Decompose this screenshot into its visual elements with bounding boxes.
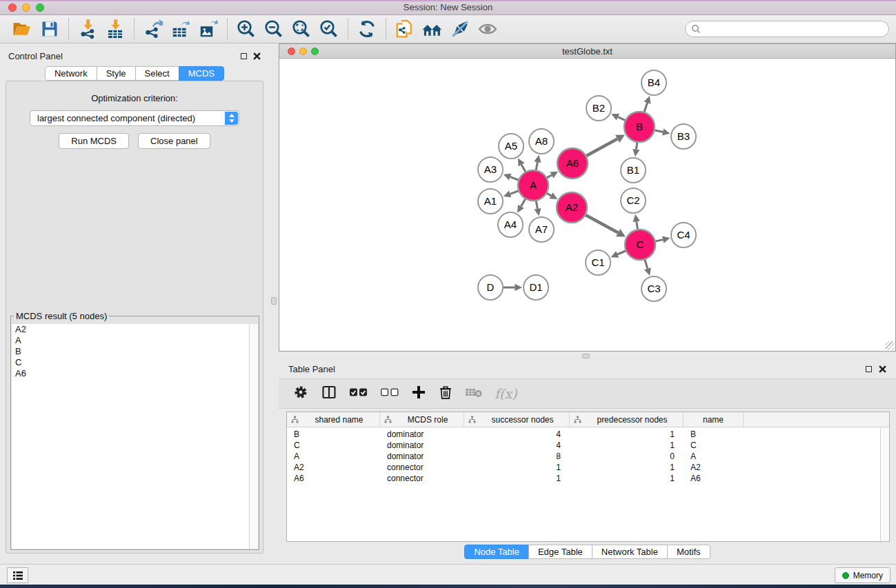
run-mcds-button[interactable]: Run MCDS	[59, 133, 129, 149]
panel-splitter[interactable]	[269, 43, 279, 564]
close-table-panel-icon[interactable]	[879, 365, 886, 373]
right-pane: testGlobe.txt B4B2BB3A8A5A6A3B1AC2A1A2A4…	[279, 43, 896, 564]
table-row[interactable]: Bdominator41B	[287, 429, 879, 440]
import-table-icon[interactable]	[101, 17, 129, 41]
network-close-button[interactable]	[288, 48, 295, 55]
node-A[interactable]: A	[518, 170, 548, 201]
clone-network-icon[interactable]	[391, 17, 419, 41]
node-B2[interactable]: B2	[586, 96, 611, 121]
window-resize-grip[interactable]	[886, 341, 895, 350]
tab-style[interactable]: Style	[97, 66, 136, 81]
close-panel-button[interactable]: Close panel	[138, 133, 210, 149]
node-B1[interactable]: B1	[621, 158, 646, 183]
zoom-out-icon[interactable]	[260, 17, 288, 41]
delete-table-icon[interactable]	[465, 386, 483, 401]
tab-motifs[interactable]: Motifs	[667, 545, 710, 559]
minimize-window-button[interactable]	[22, 3, 30, 12]
node-D1[interactable]: D1	[524, 275, 548, 300]
column-header-predecessor-nodes[interactable]: predecessor nodes	[570, 412, 684, 427]
cell-name: A	[684, 452, 744, 461]
add-column-icon[interactable]	[411, 385, 426, 403]
column-header-shared-name[interactable]: shared name	[287, 412, 380, 427]
node-A8[interactable]: A8	[529, 129, 554, 154]
graphics-details-icon[interactable]	[474, 17, 501, 41]
search-box[interactable]	[685, 21, 889, 37]
node-A5[interactable]: A5	[499, 134, 524, 159]
float-table-panel-icon[interactable]	[866, 366, 872, 372]
control-panel-title: Control Panel	[8, 51, 63, 61]
node-D[interactable]: D	[478, 275, 503, 300]
result-item-c[interactable]: C	[12, 357, 258, 368]
column-header-name[interactable]: name	[684, 412, 744, 427]
float-panel-icon[interactable]	[241, 53, 247, 59]
result-item-b[interactable]: B	[12, 346, 258, 357]
criterion-dropdown[interactable]: largest connected component (directed)	[30, 110, 239, 126]
first-neighbors-icon[interactable]	[419, 17, 446, 41]
horizontal-splitter-grip[interactable]	[582, 354, 590, 358]
table-settings-icon[interactable]	[292, 384, 309, 403]
table-row[interactable]: A2connector11A2	[287, 462, 879, 473]
zoom-selected-icon[interactable]	[315, 17, 343, 41]
node-C4[interactable]: C4	[671, 223, 696, 247]
column-header-successor-nodes[interactable]: successor nodes	[464, 412, 570, 427]
tab-mcds[interactable]: MCDS	[179, 66, 224, 81]
node-A7[interactable]: A7	[529, 217, 554, 242]
zoom-in-icon[interactable]	[232, 17, 260, 41]
zoom-window-button[interactable]	[36, 3, 44, 12]
node-C2[interactable]: C2	[621, 188, 646, 213]
node-A4[interactable]: A4	[498, 212, 523, 237]
node-A2[interactable]: A2	[557, 192, 587, 223]
zoom-fit-icon[interactable]	[288, 17, 315, 41]
table-row[interactable]: Adominator80A	[287, 451, 879, 462]
column-header-mcds-role[interactable]: MCDS role	[380, 412, 464, 427]
node-A3[interactable]: A3	[478, 157, 503, 182]
table-scrollbar[interactable]	[880, 427, 889, 541]
task-history-button[interactable]	[7, 567, 28, 583]
tab-network-table[interactable]: Network Table	[592, 545, 668, 559]
task-list-icon	[12, 571, 23, 580]
node-C[interactable]: C	[625, 230, 655, 260]
table-panel: Table Panel f(x) sh	[279, 358, 896, 564]
table-row[interactable]: A6connector11A6	[287, 473, 879, 484]
splitter-grip[interactable]	[271, 297, 277, 305]
tab-edge-table[interactable]: Edge Table	[528, 545, 593, 559]
select-all-icon[interactable]	[349, 387, 368, 401]
search-input[interactable]	[704, 22, 888, 36]
result-item-a6[interactable]: A6	[12, 368, 258, 379]
export-table-icon[interactable]	[167, 17, 195, 41]
table-row[interactable]: Cdominator41C	[287, 440, 879, 451]
network-canvas[interactable]: B4B2BB3A8A5A6A3B1AC2A1A2A4A7C4CC1DD1C3	[279, 59, 895, 351]
criterion-value: largest connected component (directed)	[37, 113, 195, 123]
node-B[interactable]: B	[624, 112, 655, 142]
cell-mcds-role: dominator	[380, 429, 464, 439]
cell-shared-name: B	[287, 429, 380, 439]
memory-button[interactable]: Memory	[835, 567, 890, 583]
node-B4[interactable]: B4	[641, 70, 666, 95]
tab-node-table[interactable]: Node Table	[464, 545, 529, 559]
close-window-button[interactable]	[8, 3, 17, 12]
network-minimize-button[interactable]	[299, 48, 307, 55]
node-A6[interactable]: A6	[557, 148, 588, 179]
export-image-icon[interactable]	[195, 17, 222, 41]
close-panel-icon[interactable]	[253, 52, 261, 60]
result-item-a[interactable]: A	[12, 335, 258, 346]
result-scrollbar[interactable]	[249, 324, 258, 549]
node-C3[interactable]: C3	[641, 276, 666, 301]
tab-select[interactable]: Select	[135, 66, 179, 81]
table-columns-icon[interactable]	[321, 384, 337, 403]
network-zoom-button[interactable]	[311, 48, 319, 55]
node-C1[interactable]: C1	[586, 250, 610, 275]
node-A1[interactable]: A1	[478, 189, 503, 214]
deselect-all-icon[interactable]	[380, 387, 399, 401]
delete-column-icon[interactable]	[438, 385, 453, 403]
node-B3[interactable]: B3	[671, 124, 696, 149]
function-builder-icon[interactable]: f(x)	[495, 386, 517, 401]
save-session-icon[interactable]	[36, 17, 63, 41]
hide-annotations-icon[interactable]	[446, 17, 474, 41]
open-session-icon[interactable]	[8, 17, 36, 41]
result-item-a2[interactable]: A2	[12, 324, 258, 335]
apply-layout-icon[interactable]	[353, 17, 381, 41]
export-network-icon[interactable]	[139, 17, 167, 41]
import-network-icon[interactable]	[74, 17, 101, 41]
tab-network[interactable]: Network	[45, 66, 97, 81]
